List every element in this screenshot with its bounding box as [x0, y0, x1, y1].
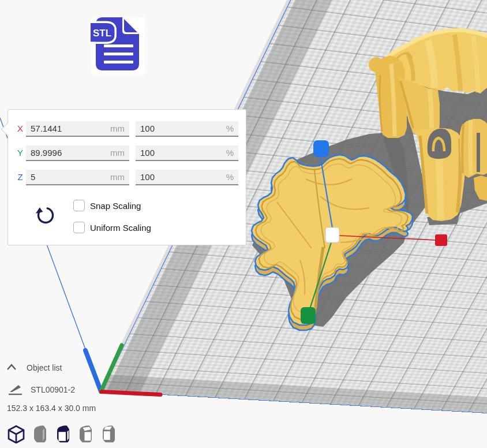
svg-text:STL: STL: [93, 28, 111, 39]
